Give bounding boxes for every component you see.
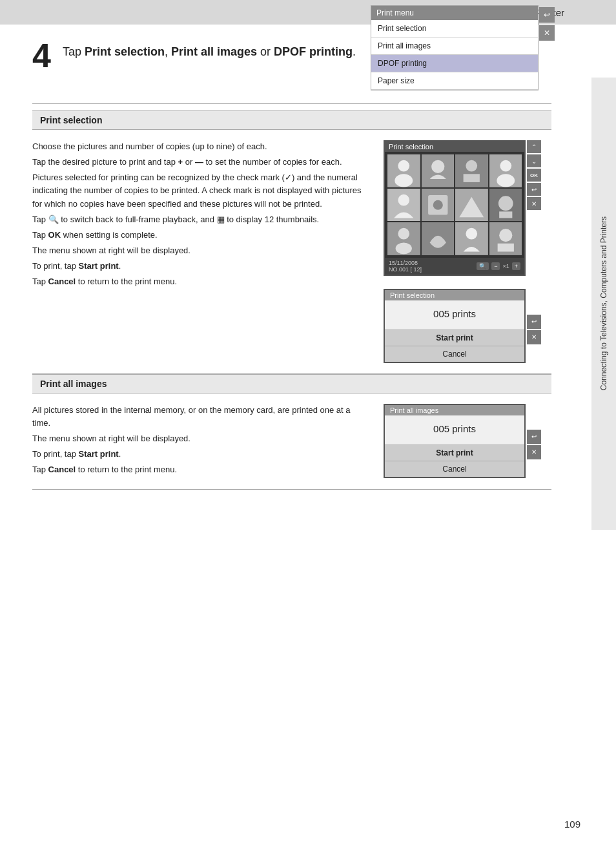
- ps-footer-controls: 🔍 − ×1 +: [477, 262, 520, 270]
- svg-rect-19: [499, 211, 512, 218]
- svg-rect-28: [497, 244, 513, 252]
- pai-text-2: The menu shown at right will be displaye…: [32, 432, 371, 445]
- ps-result-header: Print selection: [385, 290, 524, 300]
- svg-point-27: [499, 229, 512, 242]
- ps-text-4: Tap 🔍 to switch back to full-frame playb…: [32, 213, 371, 226]
- ps-thumb-4[interactable]: [489, 154, 522, 187]
- print-all-images-content: All pictures stored in the internal memo…: [32, 393, 551, 490]
- ps-result-close-btn[interactable]: ✕: [527, 330, 541, 344]
- option3-label: DPOF printing: [274, 45, 353, 58]
- pai-result-screen-wrapper: Print all images 005 prints Start print …: [384, 404, 526, 478]
- svg-point-6: [466, 160, 477, 172]
- print-all-images-section: Print all images All pictures stored in …: [32, 374, 551, 490]
- print-selection-screens: Print selection: [384, 140, 551, 363]
- ps-close-btn[interactable]: ✕: [527, 197, 541, 210]
- ps-thumb-10[interactable]: [422, 222, 455, 255]
- ps-thumb-11[interactable]: [455, 222, 488, 255]
- ps-zoom-btn[interactable]: 🔍: [477, 262, 489, 270]
- pai-cancel-btn[interactable]: Cancel: [385, 461, 524, 477]
- ps-text-7: To print, tap Start print.: [32, 260, 371, 273]
- ps-thumb-6[interactable]: [422, 189, 455, 222]
- ps-up-btn[interactable]: ⌃: [527, 140, 541, 153]
- pai-result-header: Print all images: [385, 405, 524, 415]
- pai-result-count: 005 prints: [385, 415, 524, 439]
- pai-result-close-btn[interactable]: ✕: [527, 445, 541, 459]
- svg-rect-7: [464, 174, 480, 182]
- ps-ok-btn[interactable]: OK: [527, 169, 541, 182]
- step4-number: 4: [32, 39, 51, 72]
- pai-text-1: All pictures stored in the internal memo…: [32, 404, 371, 430]
- ps-thumb-12[interactable]: [489, 222, 522, 255]
- pai-result-back-btn[interactable]: ↩: [527, 430, 541, 444]
- print-menu-item-1: Print all images: [371, 37, 538, 55]
- svg-point-2: [395, 174, 413, 187]
- ps-thumb-2[interactable]: [422, 154, 455, 187]
- svg-point-4: [431, 160, 444, 173]
- ps-text-3: Pictures selected for printing can be re…: [32, 171, 371, 210]
- print-menu-side-buttons: ↩ ✕: [538, 6, 556, 41]
- ps-down-btn[interactable]: ⌄: [527, 154, 541, 167]
- ps-thumbnails-grid: [385, 152, 524, 258]
- print-selection-text: Choose the pictures and number of copies…: [32, 140, 384, 291]
- option1-label: Print selection: [85, 45, 165, 58]
- print-menu-header: Print menu: [371, 6, 538, 20]
- step4-row: 4 Tap Print selection, Print all images …: [32, 44, 551, 90]
- print-menu-back-btn[interactable]: ↩: [539, 7, 555, 23]
- ps-thumbnail-screen: Print selection: [384, 140, 526, 276]
- ps-text-8: Tap Cancel to return to the print menu.: [32, 275, 371, 288]
- ps-thumbnail-screen-wrapper: Print selection: [384, 140, 526, 276]
- ps-result-screen: Print selection 005 prints Start print C…: [384, 289, 526, 363]
- pai-start-print-btn[interactable]: Start print: [385, 445, 524, 461]
- option2-label: Print all images: [171, 45, 257, 58]
- pai-result-spacer: [385, 439, 524, 445]
- step4-text: Tap Print selection, Print all images or…: [63, 44, 358, 60]
- print-all-images-title: Print all images: [32, 374, 551, 393]
- ps-thumb-3[interactable]: [455, 154, 488, 187]
- ps-thumb-7[interactable]: [455, 189, 488, 222]
- ps-thumb-5[interactable]: [387, 189, 420, 222]
- main-content: 4 Tap Print selection, Print all images …: [0, 25, 590, 509]
- side-label: Connecting to Televisions, Computers and…: [591, 78, 616, 530]
- svg-point-10: [497, 174, 515, 187]
- svg-point-21: [398, 228, 409, 240]
- pai-result-screen: Print all images 005 prints Start print …: [384, 404, 526, 478]
- ps-text-5: Tap OK when setting is complete.: [32, 229, 371, 242]
- print-all-images-screens: Print all images 005 prints Start print …: [384, 404, 551, 478]
- ps-start-print-btn[interactable]: Start print: [385, 330, 524, 346]
- print-selection-section: Print selection Choose the pictures and …: [32, 110, 551, 374]
- ps-footer: 15/11/2008 NO.001 [ 12] 🔍 − ×1 +: [385, 258, 524, 275]
- svg-point-22: [396, 243, 412, 255]
- ps-date: 15/11/2008 NO.001 [ 12]: [389, 260, 422, 273]
- print-selection-title: Print selection: [32, 110, 551, 130]
- ps-thumb-9[interactable]: [387, 222, 420, 255]
- print-menu-item-3: Paper size: [371, 72, 538, 90]
- ps-cancel-btn[interactable]: Cancel: [385, 346, 524, 362]
- ps-result-spacer: [385, 324, 524, 330]
- ps-back-btn[interactable]: ↩: [527, 183, 541, 196]
- print-menu-close-btn[interactable]: ✕: [539, 25, 555, 41]
- svg-point-9: [500, 160, 511, 172]
- print-menu-screenshot: Print menu Print selection Print all ima…: [371, 44, 551, 90]
- step4-left: 4 Tap Print selection, Print all images …: [32, 44, 358, 85]
- svg-point-12: [398, 194, 409, 205]
- step4-header: 4 Tap Print selection, Print all images …: [32, 44, 358, 72]
- print-menu-item-2: DPOF printing: [371, 55, 538, 72]
- ps-result-side-buttons: ↩ ✕: [526, 289, 542, 344]
- ps-screen-header: Print selection: [385, 142, 524, 152]
- ps-text-6: The menu shown at right will be displaye…: [32, 244, 371, 257]
- svg-point-18: [498, 196, 513, 211]
- ps-result-back-btn[interactable]: ↩: [527, 315, 541, 329]
- ps-minus-btn[interactable]: −: [491, 262, 500, 270]
- ps-thumb-1[interactable]: [387, 154, 420, 187]
- svg-point-1: [398, 160, 409, 172]
- ps-count: ×1: [502, 263, 509, 269]
- page-number: 109: [564, 819, 580, 830]
- pai-text-3: To print, tap Start print.: [32, 448, 371, 461]
- print-all-images-text: All pictures stored in the internal memo…: [32, 404, 384, 479]
- side-label-text: Connecting to Televisions, Computers and…: [599, 216, 608, 390]
- ps-result-screen-wrapper: Print selection 005 prints Start print C…: [384, 289, 526, 363]
- ps-result-count: 005 prints: [385, 300, 524, 324]
- ps-thumb-8[interactable]: [489, 189, 522, 222]
- separator-1: [32, 103, 551, 104]
- ps-plus-btn[interactable]: +: [512, 262, 520, 270]
